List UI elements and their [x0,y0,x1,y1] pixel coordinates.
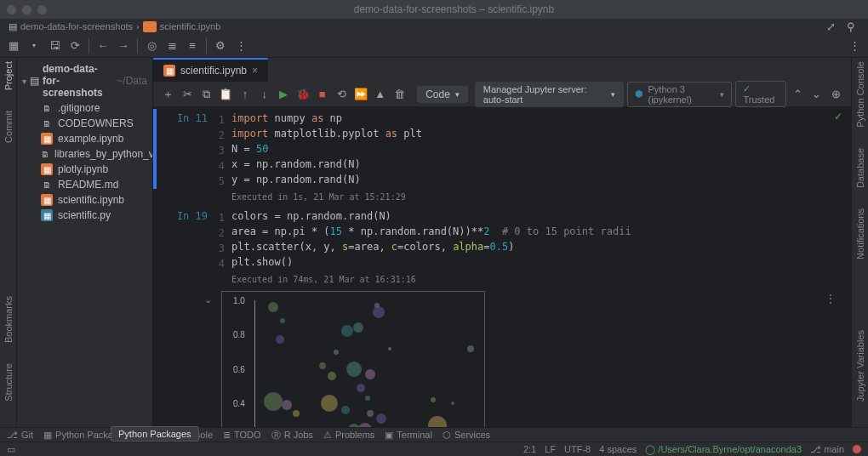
error-indicator[interactable] [853,445,861,453]
more-icon[interactable]: ⋮ [825,293,836,305]
clear-output-icon[interactable]: ▲ [372,85,388,104]
tool-notifications[interactable]: Notifications [855,208,865,259]
run-cell-icon[interactable]: ▶ [276,85,292,104]
move-down-icon[interactable]: ↓ [256,85,272,104]
chevron-up-icon[interactable]: ⌃ [790,85,806,104]
tree-item[interactable]: ▦plotly.ipynb [17,162,152,177]
exec-info: Executed in 1s, 21 Mar at 15:21:29 [153,191,851,205]
tool-r-jobs[interactable]: ⓇR Jobs [271,429,313,442]
select-target-icon[interactable]: ◎ [143,37,160,54]
indent[interactable]: 4 spaces [599,444,637,454]
sync-icon[interactable]: ⟳ [66,37,83,54]
tool-structure[interactable]: Structure [3,363,14,402]
jupyter-server-chip[interactable]: Managed Jupyter server: auto-start ▾ [475,82,624,107]
kernel-chip[interactable]: ⬢ Python 3 (ipykernel) ▾ [627,82,733,107]
breadcrumb[interactable]: ▤ demo-data-for-screenshots › ▦ scientif… [0,19,868,34]
code-cell-1[interactable]: In 11 12345 import numpy as np import ma… [153,107,851,191]
close-icon[interactable]: × [252,65,258,77]
line-sep[interactable]: LF [545,444,556,454]
cut-icon[interactable]: ✂ [180,85,196,104]
window-controls[interactable] [7,5,47,14]
file-tab-scientific[interactable]: ▦ scientific.ipynb × [153,58,268,82]
panel-icon[interactable]: ▭ [7,444,15,455]
tool-database[interactable]: Database [855,148,865,188]
python-icon: ⬢ [635,88,643,100]
services-icon: ⬡ [443,430,451,441]
back-icon[interactable]: ← [94,37,111,54]
debug-cell-icon[interactable]: 🐞 [295,85,311,104]
tool-services[interactable]: ⬡Services [443,430,490,441]
exec-info: Executed in 74ms, 21 Mar at 16:31:16 [153,273,851,288]
cell-type-dropdown[interactable]: Code ▾ [417,86,468,103]
chevron-down-icon[interactable]: ⌄ [204,294,212,305]
tool-commit[interactable]: Commit [3,111,14,143]
tree-root[interactable]: ▾ ▤ demo-data-for-screenshots ~/Data [17,61,152,100]
encoding[interactable]: UTF-8 [564,444,591,454]
chevron-down-icon: ▾ [22,77,26,86]
more-icon[interactable]: ⋮ [232,37,249,54]
py-icon: ▦ [41,209,53,221]
cell-source[interactable]: colors = np.random.rand(N) area = np.pi … [225,208,841,271]
more-right-icon[interactable]: ⋮ [846,37,863,54]
tree-item[interactable]: 🗎libraries_by_python_version.csv [17,146,152,162]
caret-down-icon: ▾ [611,90,615,99]
forward-icon[interactable]: → [115,37,132,54]
list-icon: ≣ [223,430,231,441]
notebook-toolbar: ＋ ✂ ⧉ 📋 ↑ ↓ ▶ 🐞 ■ ⟲ ⏩ ▲ 🗑 Code ▾ Managed… [153,82,851,107]
tool-git[interactable]: ⎇Git [7,430,33,441]
tree-item[interactable]: 🗎CODEOWNERS [17,116,152,131]
delete-cell-icon[interactable]: 🗑 [391,85,408,104]
tree-item[interactable]: ▦scientific.py [17,208,152,223]
run-all-icon[interactable]: ⏩ [353,85,369,104]
collapse-all-icon[interactable]: ≡ [184,37,201,54]
cell-output: ⌄ ⋮ 0.20.40.60.81.00.20.40.60.81.0 [204,291,841,427]
tool-python-console[interactable]: Python Console [855,61,865,128]
tree-item[interactable]: 🗎.gitignore [17,100,152,116]
stop-icon[interactable]: ■ [314,85,330,104]
paste-icon[interactable]: 📋 [218,85,234,104]
caret-down-icon: ▾ [455,90,460,99]
add-cell-icon[interactable]: ＋ [160,85,176,104]
new-icon[interactable]: ▦ [5,37,22,54]
tool-problems[interactable]: ⚠Problems [323,430,374,441]
move-up-icon[interactable]: ↑ [237,85,254,104]
restart-icon[interactable]: ⟲ [334,85,350,104]
tool-terminal[interactable]: ▣Terminal [385,430,432,441]
caret-down-icon[interactable]: ▾ [26,37,43,54]
file-icon: 🗎 [41,179,53,191]
collapse-icon[interactable]: ⤢ [822,18,839,35]
tool-jupyter-vars[interactable]: Jupyter Variables [855,330,865,402]
tab-row: ▦ scientific.ipynb × [153,58,851,82]
ipynb-icon: ▦ [41,133,53,145]
breadcrumb-project[interactable]: demo-data-for-screenshots [20,21,133,31]
code-cell-2[interactable]: In 19 1234 colors = np.random.rand(N) ar… [153,205,851,273]
project-tree[interactable]: ▾ ▤ demo-data-for-screenshots ~/Data 🗎.g… [17,58,153,427]
caret-position[interactable]: 2:1 [523,444,536,454]
save-icon[interactable]: 🖫 [46,37,63,54]
tooltip: Python Packages [111,426,199,442]
chevron-down-icon[interactable]: ⌄ [809,85,825,104]
git-branch[interactable]: ⎇ main [810,444,844,455]
breadcrumb-file[interactable]: scientific.ipynb [160,21,221,31]
cell-source[interactable]: import numpy as np import matplotlib.pyp… [225,111,841,189]
tree-item[interactable]: ▦scientific.ipynb [17,192,152,208]
search-icon[interactable]: ⚲ [842,18,859,35]
file-icon: 🗎 [41,148,49,160]
file-icon: 🗎 [41,117,53,129]
tool-todo[interactable]: ≣TODO [223,430,261,441]
circle-icon: ◯ [645,444,655,454]
expand-all-icon[interactable]: ≣ [163,37,180,54]
notebook-body[interactable]: In 11 12345 import numpy as np import ma… [153,107,851,427]
tree-item[interactable]: ▦example.ipynb [17,131,152,146]
tree-item[interactable]: 🗎README.md [17,177,152,192]
terminal-icon: ▣ [385,430,393,441]
scatter-plot: 0.20.40.60.81.00.20.40.60.81.0 [221,291,485,427]
globe-icon[interactable]: ⊕ [828,85,844,104]
tool-project[interactable]: Project [3,61,14,90]
trusted-chip[interactable]: ✓ Trusted [735,81,785,107]
interpreter[interactable]: ◯ /Users/Clara.Byrne/opt/anaconda3 [645,444,802,455]
tool-bookmarks[interactable]: Bookmarks [3,296,14,343]
cell-prompt: In 11 [170,111,213,189]
copy-icon[interactable]: ⧉ [198,85,214,104]
gear-icon[interactable]: ⚙ [212,37,229,54]
